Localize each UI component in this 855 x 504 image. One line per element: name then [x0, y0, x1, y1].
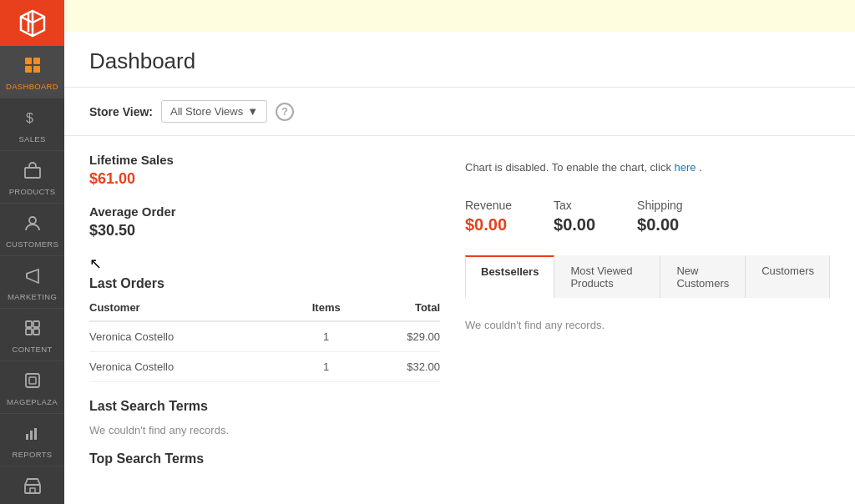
tax-block: Tax $0.00: [554, 199, 595, 234]
sidebar-item-reports-label: Reports: [13, 450, 53, 459]
shipping-value: $0.00: [637, 215, 683, 234]
tab-customers[interactable]: Customers: [746, 255, 830, 298]
svg-rect-3: [33, 66, 40, 73]
sidebar-item-reports[interactable]: Reports: [0, 414, 64, 466]
sidebar-item-products[interactable]: Products: [0, 151, 64, 204]
right-panel: Chart is disabled. To enable the chart, …: [465, 153, 830, 476]
shipping-block: Shipping $0.00: [637, 199, 683, 234]
svg-rect-13: [26, 434, 28, 440]
chart-enable-link[interactable]: here: [675, 161, 696, 174]
col-items: Items: [292, 301, 361, 321]
order-items-2: 1: [292, 352, 361, 382]
top-search-terms-title: Top Search Terms: [89, 451, 440, 466]
svg-rect-8: [33, 321, 39, 327]
sales-icon: $: [23, 108, 42, 131]
sidebar: Dashboard $ Sales Products Customers Mar…: [0, 0, 64, 504]
tab-no-records: We couldn't find any records.: [465, 310, 830, 340]
store-view-select[interactable]: All Store Views ▼: [161, 100, 267, 123]
chart-period-suffix: .: [699, 161, 702, 174]
sidebar-item-content-label: Content: [12, 345, 52, 354]
chart-disabled-text: Chart is disabled. To enable the chart, …: [465, 161, 675, 174]
sidebar-item-customers-label: Customers: [6, 239, 58, 249]
last-search-terms-title: Last Search Terms: [89, 399, 440, 414]
last-orders-title: Last Orders: [89, 276, 440, 291]
sidebar-item-marketing[interactable]: Marketing: [0, 256, 64, 309]
table-row: Veronica Costello 1 $32.00: [89, 352, 440, 382]
svg-rect-7: [26, 321, 32, 327]
revenue-block: Revenue $0.00: [465, 199, 512, 234]
order-customer-1: Veronica Costello: [89, 321, 292, 352]
sidebar-item-customers[interactable]: Customers: [0, 204, 64, 256]
svg-text:$: $: [26, 111, 33, 125]
reports-icon: [23, 424, 42, 446]
sidebar-item-mageplaza-label: Mageplaza: [7, 397, 58, 406]
revenue-label: Revenue: [465, 199, 512, 212]
left-panel: Lifetime Sales $61.00 Average Order $30.…: [89, 153, 440, 476]
average-order-label: Average Order: [89, 204, 440, 219]
marketing-icon: [23, 266, 42, 289]
magento-logo-icon: [18, 8, 48, 38]
tab-most-viewed-products[interactable]: Most Viewed Products: [554, 255, 660, 298]
order-total-2: $32.00: [361, 352, 441, 382]
lifetime-sales-value: $61.00: [89, 170, 440, 188]
svg-rect-1: [33, 58, 40, 64]
stores-icon: [23, 476, 42, 499]
svg-rect-15: [34, 428, 37, 440]
order-total-1: $29.00: [361, 321, 441, 352]
store-view-value: All Store Views: [170, 105, 243, 118]
svg-rect-16: [25, 485, 40, 493]
col-customer: Customer: [89, 301, 292, 321]
revenue-value: $0.00: [465, 215, 512, 234]
sidebar-item-stores[interactable]: Stores: [0, 466, 64, 504]
cursor-icon: ↖: [89, 255, 102, 272]
sidebar-item-content[interactable]: Content: [0, 309, 64, 361]
help-icon[interactable]: ?: [276, 103, 294, 121]
top-banner: [64, 0, 855, 32]
order-items-1: 1: [292, 321, 361, 352]
sidebar-item-mageplaza[interactable]: Mageplaza: [0, 361, 64, 414]
sidebar-logo: [0, 0, 64, 46]
svg-point-6: [29, 217, 36, 224]
toolbar: Store View: All Store Views ▼ ?: [64, 88, 855, 136]
dashboard-icon: [23, 56, 42, 78]
sidebar-item-products-label: Products: [9, 187, 56, 196]
tabs-container: Bestsellers Most Viewed Products New Cus…: [465, 255, 830, 298]
order-customer-2: Veronica Costello: [89, 352, 292, 382]
svg-rect-5: [25, 168, 40, 178]
products-icon: [23, 161, 42, 184]
content-icon: [23, 319, 42, 341]
last-orders-table: Customer Items Total Veronica Costello 1…: [89, 301, 440, 382]
main-area: Dashboard Store View: All Store Views ▼ …: [64, 0, 855, 504]
col-total: Total: [361, 301, 441, 321]
lifetime-sales-block: Lifetime Sales $61.00: [89, 153, 440, 188]
mageplaza-icon: [23, 371, 42, 394]
average-order-block: Average Order $30.50: [89, 204, 440, 239]
svg-rect-0: [25, 58, 32, 64]
content-area: Dashboard Store View: All Store Views ▼ …: [64, 32, 855, 504]
svg-rect-12: [29, 377, 36, 384]
sidebar-item-marketing-label: Marketing: [8, 292, 57, 301]
customers-icon: [23, 214, 42, 236]
tax-label: Tax: [554, 199, 595, 212]
tab-new-customers[interactable]: New Customers: [660, 255, 746, 298]
shipping-label: Shipping: [637, 199, 683, 212]
sidebar-item-sales-label: Sales: [18, 134, 45, 144]
tab-bestsellers[interactable]: Bestsellers: [465, 255, 554, 298]
page-header: Dashboard: [64, 32, 855, 88]
last-search-no-records: We couldn't find any records.: [89, 424, 440, 436]
sidebar-item-sales[interactable]: $ Sales: [0, 98, 64, 151]
chart-disabled-message: Chart is disabled. To enable the chart, …: [465, 153, 830, 182]
lifetime-sales-label: Lifetime Sales: [89, 153, 440, 167]
page-title: Dashboard: [89, 48, 830, 74]
metrics-row: Revenue $0.00 Tax $0.00 Shipping $0.00: [465, 199, 830, 234]
sidebar-item-dashboard[interactable]: Dashboard: [0, 46, 64, 98]
tax-value: $0.00: [554, 215, 595, 234]
store-view-chevron-icon: ▼: [247, 105, 258, 118]
store-view-label: Store View:: [89, 105, 153, 118]
average-order-value: $30.50: [89, 222, 440, 239]
svg-rect-2: [25, 66, 32, 73]
table-row: Veronica Costello 1 $29.00: [89, 321, 440, 352]
svg-rect-9: [26, 329, 32, 335]
svg-rect-10: [33, 329, 39, 335]
svg-rect-11: [26, 374, 39, 387]
